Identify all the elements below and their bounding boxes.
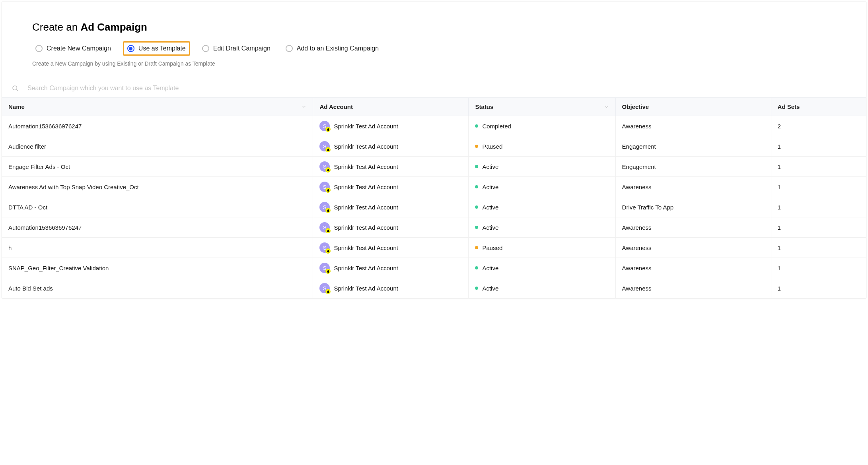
cell-status: Active bbox=[469, 177, 615, 197]
table-row[interactable]: Auto Bid Set adsSSprinklr Test Ad Accoun… bbox=[2, 278, 866, 298]
snapchat-icon bbox=[325, 167, 331, 172]
account-name: Sprinklr Test Ad Account bbox=[334, 224, 398, 231]
avatar: S bbox=[319, 222, 330, 232]
search-bar bbox=[2, 79, 866, 97]
table-row[interactable]: Automation1536636976247SSprinklr Test Ad… bbox=[2, 217, 866, 238]
radio-option-use-as-template[interactable]: Use as Template bbox=[123, 41, 190, 56]
column-header-label: Objective bbox=[622, 103, 649, 110]
cell-objective: Engagement bbox=[615, 157, 771, 177]
avatar: S bbox=[319, 202, 330, 212]
table-row[interactable]: DTTA AD - OctSSprinklr Test Ad AccountAc… bbox=[2, 197, 866, 217]
cell-ad-account: SSprinklr Test Ad Account bbox=[313, 116, 469, 136]
status-dot-icon bbox=[475, 124, 478, 128]
svg-point-0 bbox=[13, 86, 17, 90]
radio-label: Create New Campaign bbox=[47, 45, 111, 52]
snapchat-icon bbox=[325, 228, 331, 233]
cell-objective: Awareness bbox=[615, 116, 771, 136]
table-row[interactable]: Automation1536636976247SSprinklr Test Ad… bbox=[2, 116, 866, 136]
cell-status: Active bbox=[469, 258, 615, 278]
snapchat-icon bbox=[325, 147, 331, 152]
snapchat-icon bbox=[325, 188, 331, 193]
cell-status: Completed bbox=[469, 116, 615, 136]
cell-name: h bbox=[2, 238, 313, 258]
column-header-name[interactable]: Name bbox=[2, 98, 313, 116]
status-dot-icon bbox=[475, 266, 478, 269]
cell-ad-account: SSprinklr Test Ad Account bbox=[313, 197, 469, 217]
status-dot-icon bbox=[475, 287, 478, 290]
status-dot-icon bbox=[475, 246, 478, 249]
search-input[interactable] bbox=[27, 85, 856, 92]
radio-icon bbox=[35, 45, 43, 52]
snapchat-icon bbox=[325, 248, 331, 254]
status-label: Paused bbox=[482, 244, 502, 251]
radio-option-add-to-an-existing-campaign[interactable]: Add to an Existing Campaign bbox=[282, 43, 382, 54]
avatar: S bbox=[319, 161, 330, 172]
account-name: Sprinklr Test Ad Account bbox=[334, 265, 398, 271]
campaign-table: NameAd AccountStatusObjectiveAd Sets Aut… bbox=[2, 97, 866, 298]
cell-ad-account: SSprinklr Test Ad Account bbox=[313, 258, 469, 278]
cell-ad-account: SSprinklr Test Ad Account bbox=[313, 157, 469, 177]
cell-objective: Awareness bbox=[615, 177, 771, 197]
search-icon bbox=[12, 85, 19, 92]
account-name: Sprinklr Test Ad Account bbox=[334, 163, 398, 170]
column-header-status[interactable]: Status bbox=[469, 98, 615, 116]
cell-objective: Engagement bbox=[615, 136, 771, 157]
status-label: Active bbox=[482, 224, 498, 231]
cell-ad-sets: 1 bbox=[771, 258, 866, 278]
header-section: Create an Ad Campaign Create New Campaig… bbox=[2, 2, 866, 79]
column-header-label: Name bbox=[8, 103, 25, 110]
cell-ad-sets: 1 bbox=[771, 278, 866, 298]
cell-objective: Awareness bbox=[615, 238, 771, 258]
status-label: Active bbox=[482, 285, 498, 292]
account-name: Sprinklr Test Ad Account bbox=[334, 143, 398, 150]
radio-description: Create a New Campaign by using Existing … bbox=[32, 60, 836, 67]
status-dot-icon bbox=[475, 185, 478, 188]
avatar: S bbox=[319, 283, 330, 293]
cell-name: Engage Filter Ads - Oct bbox=[2, 157, 313, 177]
cell-objective: Drive Traffic To App bbox=[615, 197, 771, 217]
radio-option-edit-draft-campaign[interactable]: Edit Draft Campaign bbox=[199, 43, 274, 54]
cell-ad-account: SSprinklr Test Ad Account bbox=[313, 238, 469, 258]
status-label: Paused bbox=[482, 143, 502, 150]
cell-name: Awareness Ad with Top Snap Video Creativ… bbox=[2, 177, 313, 197]
table-row[interactable]: Engage Filter Ads - OctSSprinklr Test Ad… bbox=[2, 157, 866, 177]
cell-objective: Awareness bbox=[615, 278, 771, 298]
cell-ad-account: SSprinklr Test Ad Account bbox=[313, 136, 469, 157]
cell-status: Active bbox=[469, 278, 615, 298]
account-name: Sprinklr Test Ad Account bbox=[334, 204, 398, 211]
cell-status: Active bbox=[469, 197, 615, 217]
chevron-down-icon bbox=[302, 105, 306, 109]
cell-status: Paused bbox=[469, 136, 615, 157]
cell-objective: Awareness bbox=[615, 258, 771, 278]
cell-ad-sets: 2 bbox=[771, 116, 866, 136]
create-campaign-panel: Create an Ad Campaign Create New Campaig… bbox=[2, 2, 866, 298]
account-name: Sprinklr Test Ad Account bbox=[334, 123, 398, 130]
table-row[interactable]: Audience filterSSprinklr Test Ad Account… bbox=[2, 136, 866, 157]
table-row[interactable]: hSSprinklr Test Ad AccountPausedAwarenes… bbox=[2, 238, 866, 258]
cell-ad-account: SSprinklr Test Ad Account bbox=[313, 278, 469, 298]
cell-ad-sets: 1 bbox=[771, 177, 866, 197]
cell-status: Paused bbox=[469, 238, 615, 258]
status-dot-icon bbox=[475, 145, 478, 148]
account-name: Sprinklr Test Ad Account bbox=[334, 285, 398, 292]
table-row[interactable]: Awareness Ad with Top Snap Video Creativ… bbox=[2, 177, 866, 197]
snapchat-icon bbox=[325, 289, 331, 294]
page-title-prefix: Create an bbox=[32, 21, 80, 33]
svg-line-1 bbox=[16, 89, 18, 91]
cell-ad-sets: 1 bbox=[771, 238, 866, 258]
cell-ad-account: SSprinklr Test Ad Account bbox=[313, 177, 469, 197]
table-row[interactable]: SNAP_Geo_Filter_Creative ValidationSSpri… bbox=[2, 258, 866, 278]
page-title-bold: Ad Campaign bbox=[80, 21, 147, 33]
column-header-label: Status bbox=[475, 103, 493, 110]
cell-name: SNAP_Geo_Filter_Creative Validation bbox=[2, 258, 313, 278]
cell-ad-account: SSprinklr Test Ad Account bbox=[313, 217, 469, 238]
cell-objective: Awareness bbox=[615, 217, 771, 238]
column-header-label: Ad Sets bbox=[778, 103, 800, 110]
avatar: S bbox=[319, 242, 330, 253]
account-name: Sprinklr Test Ad Account bbox=[334, 184, 398, 190]
avatar: S bbox=[319, 263, 330, 273]
radio-option-create-new-campaign[interactable]: Create New Campaign bbox=[32, 43, 114, 54]
radio-label: Use as Template bbox=[138, 45, 186, 52]
cell-ad-sets: 1 bbox=[771, 197, 866, 217]
avatar: S bbox=[319, 182, 330, 192]
